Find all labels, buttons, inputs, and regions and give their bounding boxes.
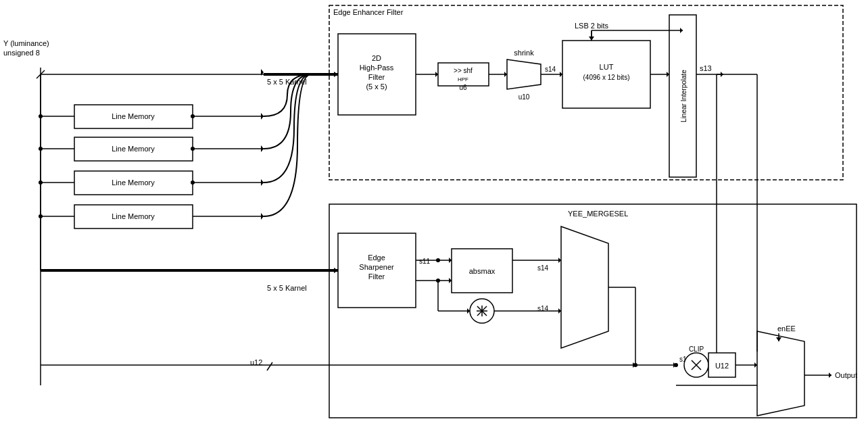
s11-label: s11 bbox=[419, 258, 431, 265]
esf-label-1: Edge bbox=[368, 254, 385, 262]
s14-top-label: s14 bbox=[545, 66, 556, 73]
hpf-label-4: (5 x 5) bbox=[366, 82, 387, 91]
kernel2-label: 5 x 5 Karnel bbox=[267, 284, 307, 292]
enee-label: enEE bbox=[777, 324, 796, 333]
u10-label: u10 bbox=[519, 93, 530, 101]
absmax-label: absmax bbox=[469, 267, 496, 275]
lut-label-2: (4096 x 12 bits) bbox=[583, 74, 630, 81]
line-memory-3-label: Line Memory bbox=[112, 178, 155, 187]
edge-enhancer-title: Edge Enhancer Filter bbox=[333, 8, 404, 16]
shift-label: >> shf bbox=[454, 67, 473, 74]
unsigned-label: unsigned 8 bbox=[3, 49, 40, 57]
esf-label-2: Sharpener bbox=[359, 263, 394, 271]
line-memory-4-label: Line Memory bbox=[112, 212, 155, 220]
yee-label: YEE_MERGESEL bbox=[568, 210, 628, 218]
u6-label: u6 bbox=[459, 84, 467, 91]
y-luminance-label: Y (luminance) bbox=[3, 39, 49, 47]
shrink-block bbox=[507, 59, 541, 89]
shift-sub: HPF bbox=[458, 76, 468, 82]
shrink-label: shrink bbox=[514, 49, 534, 57]
hpf-label-1: 2D bbox=[372, 54, 381, 62]
u12-block-label: U12 bbox=[715, 362, 729, 370]
output-label: Output bbox=[835, 371, 857, 379]
hpf-label-3: Filter bbox=[368, 73, 385, 81]
line-memory-2-label: Line Memory bbox=[112, 145, 155, 153]
esf-label-3: Filter bbox=[368, 272, 385, 281]
lsb-label: LSB 2 bits bbox=[575, 22, 609, 30]
output-mux bbox=[757, 331, 804, 416]
yee-mux-block bbox=[561, 226, 608, 348]
line-memory-1-label: Line Memory bbox=[112, 112, 155, 120]
linear-interp-label: Linear Interpolate bbox=[680, 70, 688, 122]
clip-label: CLIP bbox=[689, 345, 704, 353]
s14-mid-label: s14 bbox=[537, 264, 549, 272]
hpf-label-2: High-Pass bbox=[360, 64, 394, 72]
lut-label-1: LUT bbox=[600, 63, 614, 71]
s13-label: s13 bbox=[700, 64, 712, 72]
